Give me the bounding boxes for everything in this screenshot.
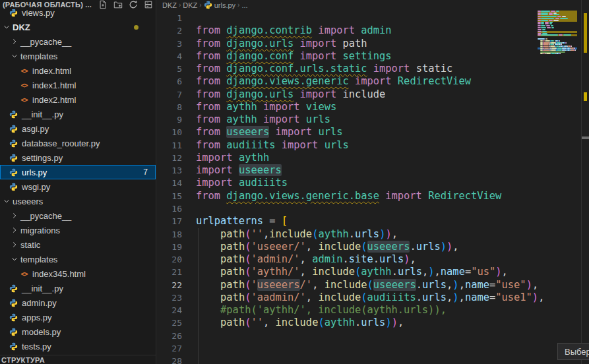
line-number[interactable]: 19 <box>157 241 182 253</box>
line-number[interactable]: 28 <box>157 355 182 364</box>
line-number[interactable]: 15 <box>157 190 182 202</box>
new-file-icon[interactable] <box>98 0 108 10</box>
line-number[interactable]: 11 <box>157 139 182 152</box>
tree-item-wsgi.py[interactable]: wsgi.py <box>0 179 156 194</box>
code-line-14[interactable]: import audiiits <box>196 177 536 189</box>
code-line-18[interactable]: path('',include(aythh.urls)), <box>196 228 536 241</box>
tree-item-index2.html[interactable]: <>index2.html <box>0 92 156 107</box>
line-number[interactable]: 16 <box>157 202 182 215</box>
file-tree: views.pyDKZ__pycache__templates<>index.h… <box>0 5 156 353</box>
line-number[interactable]: 25 <box>157 317 182 329</box>
code-line-7[interactable]: from django.urls import include <box>196 88 536 101</box>
code-line-24[interactable]: #path('aythh/', include(aythh.urls)), <box>196 304 536 317</box>
line-number[interactable]: 13 <box>157 164 182 177</box>
breadcrumb-item[interactable]: DKZ <box>183 1 197 9</box>
breadcrumb-label: ... <box>241 1 247 9</box>
line-number[interactable]: 18 <box>157 228 182 241</box>
tree-item-index345.html[interactable]: <>index345.html <box>0 266 156 281</box>
line-number[interactable]: 22 <box>157 279 182 291</box>
code-line-9[interactable]: from aythh import urls <box>196 113 536 126</box>
code-line-13[interactable]: import useeers <box>196 164 536 177</box>
python-file-icon <box>9 110 18 119</box>
code-line-15[interactable]: from django.views.generic.base import Re… <box>196 190 536 202</box>
overview-ruler[interactable] <box>581 0 589 364</box>
tree-folder-__pycache__[interactable]: __pycache__ <box>0 34 156 49</box>
code-area[interactable]: from django.contrib import adminfrom dja… <box>196 12 536 364</box>
breadcrumb-item[interactable]: DKZ <box>162 1 177 9</box>
tree-item-models.py[interactable]: models.py <box>0 324 156 339</box>
line-number[interactable]: 1 <box>157 12 182 24</box>
tree-folder-templates[interactable]: templates <box>0 49 156 63</box>
outline-section-header[interactable]: СТРУКТУРА <box>0 355 156 364</box>
code-line-8[interactable]: from aythh import views <box>196 101 536 113</box>
tree-item-label: urls.py <box>22 167 47 177</box>
tree-folder-static[interactable]: static <box>0 237 156 252</box>
code-line-4[interactable]: from django.conf import settings <box>196 50 536 63</box>
tree-item-urls.py[interactable]: urls.py7 <box>0 165 156 179</box>
explorer-sidebar: views.pyDKZ__pycache__templates<>index.h… <box>0 0 156 364</box>
code-line-10[interactable]: from useeers import urls <box>196 126 536 138</box>
tree-item-__init__.py[interactable]: __init__.py <box>0 107 156 121</box>
breadcrumb-item[interactable]: urls.py <box>204 1 235 9</box>
tree-item-settings.py[interactable]: settings.py <box>0 150 156 165</box>
tree-item-admin.py[interactable]: admin.py <box>0 295 156 310</box>
code-line-5[interactable]: from django.conf.urls.static import stat… <box>196 63 536 75</box>
code-line-6[interactable]: from django.views.generic import Redirec… <box>196 75 536 88</box>
line-number[interactable]: 17 <box>157 215 182 228</box>
line-number[interactable]: 7 <box>157 88 182 101</box>
workspace-title: (РАБОЧАЯ ОБЛАСТЬ) ... <box>3 1 92 9</box>
line-number[interactable]: 3 <box>157 38 182 50</box>
tree-item-tests.py[interactable]: tests.py <box>0 339 156 353</box>
tree-item-index1.html[interactable]: <>index1.html <box>0 78 156 92</box>
code-line-20[interactable]: path('admin/', admin.site.urls), <box>196 253 536 266</box>
collapse-all-icon[interactable] <box>143 0 154 10</box>
line-number[interactable]: 23 <box>157 291 182 304</box>
tree-folder-templates[interactable]: templates <box>0 252 156 266</box>
line-number[interactable]: 12 <box>157 152 182 164</box>
tree-folder-useeers[interactable]: useeers <box>0 194 156 208</box>
line-number[interactable]: 9 <box>157 113 182 126</box>
code-line-28[interactable] <box>196 355 536 364</box>
html-file-icon: <> <box>19 82 29 89</box>
line-number[interactable]: 8 <box>157 101 182 113</box>
refresh-icon[interactable] <box>128 0 139 10</box>
line-number[interactable]: 27 <box>157 342 182 355</box>
tree-item-database_roouter.py[interactable]: database_roouter.py <box>0 136 156 150</box>
code-line-27[interactable] <box>196 342 536 355</box>
code-line-1[interactable] <box>196 12 536 24</box>
code-line-12[interactable]: import aythh <box>196 152 536 164</box>
code-line-23[interactable]: path('aadmin/', include(audiiits.urls,),… <box>196 291 536 304</box>
line-number[interactable]: 5 <box>157 63 182 75</box>
new-folder-icon[interactable] <box>113 0 123 10</box>
code-line-11[interactable]: from audiiits import urls <box>196 139 536 152</box>
code-line-2[interactable]: from django.contrib import admin <box>196 24 536 37</box>
code-line-21[interactable]: path('aythh/', include(aythh.urls,),name… <box>196 266 536 278</box>
tree-folder-DKZ[interactable]: DKZ <box>0 20 156 34</box>
tree-item-label: templates <box>20 255 57 264</box>
line-number[interactable]: 6 <box>157 75 182 88</box>
tree-item-index.html[interactable]: <>index.html <box>0 63 156 78</box>
code-line-3[interactable]: from django.urls import path <box>196 38 536 50</box>
line-number[interactable]: 26 <box>157 330 182 342</box>
tree-folder-__pycache__[interactable]: __pycache__ <box>0 208 156 223</box>
code-line-19[interactable]: path('useeer/', include(useeers.urls)), <box>196 241 536 253</box>
line-number[interactable]: 21 <box>157 266 182 278</box>
line-number[interactable]: 20 <box>157 253 182 266</box>
breadcrumb-item[interactable]: ... <box>241 1 247 9</box>
code-line-26[interactable] <box>196 330 536 342</box>
line-number[interactable]: 4 <box>157 50 182 63</box>
code-line-22[interactable]: path('useeers/', include(useeers.urls,),… <box>196 279 536 291</box>
line-number[interactable]: 14 <box>157 177 182 189</box>
sidebar-section-header[interactable]: (РАБОЧАЯ ОБЛАСТЬ) ... <box>0 0 156 9</box>
tree-item-asgi.py[interactable]: asgi.py <box>0 121 156 136</box>
line-number[interactable]: 2 <box>157 24 182 37</box>
tree-item-__init__.py[interactable]: __init__.py <box>0 281 156 295</box>
code-line-16[interactable] <box>196 202 536 215</box>
line-number[interactable]: 24 <box>157 304 182 317</box>
tree-folder-migrations[interactable]: migrations <box>0 223 156 237</box>
tree-item-apps.py[interactable]: apps.py <box>0 310 156 324</box>
minimap[interactable] <box>538 9 578 358</box>
code-line-17[interactable]: urlpatterns = [ <box>196 215 536 228</box>
line-number[interactable]: 10 <box>157 126 182 138</box>
code-line-25[interactable]: path('', include(aythh.urls)), <box>196 317 536 329</box>
